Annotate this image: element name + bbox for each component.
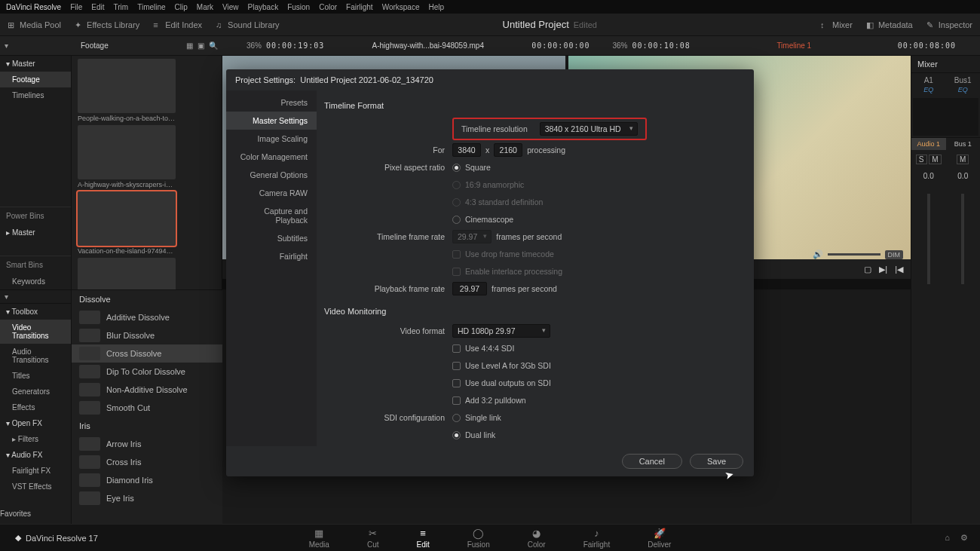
dualout-checkbox[interactable] bbox=[452, 379, 461, 387]
menu-playback[interactable]: Playback bbox=[248, 3, 279, 11]
media-pool-btn[interactable]: ⊞Media Pool bbox=[8, 20, 61, 29]
audio1-tab[interactable]: Audio 1 bbox=[911, 138, 946, 150]
eq-graph[interactable] bbox=[913, 98, 978, 136]
clip-thumbnail[interactable]: Vacation-on-the-island-974946.mp4 bbox=[78, 191, 216, 255]
generators-item[interactable]: Generators bbox=[0, 384, 71, 399]
inspector-btn[interactable]: ✎Inspector bbox=[926, 20, 972, 29]
timelines-bin[interactable]: Timelines bbox=[0, 87, 71, 103]
toolbox-header[interactable]: ▾ Toolbox bbox=[0, 304, 71, 320]
fx-item[interactable]: Blur Dissolve bbox=[72, 326, 222, 344]
menu-color[interactable]: Color bbox=[319, 3, 337, 11]
menu-davinci-resolve[interactable]: DaVinci Resolve bbox=[6, 3, 61, 11]
powerbins-master[interactable]: ▸ Master bbox=[0, 225, 71, 240]
main-menu-bar[interactable]: DaVinci ResolveFileEditTrimTimelineClipM… bbox=[0, 0, 980, 14]
sound-library-btn[interactable]: ♫Sound Library bbox=[216, 20, 280, 29]
footage-bin[interactable]: Footage bbox=[0, 72, 71, 87]
use444-checkbox[interactable] bbox=[452, 344, 461, 353]
fader-a1[interactable] bbox=[927, 194, 930, 284]
metadata-btn[interactable]: ◧Metadata bbox=[866, 20, 913, 29]
single-link-radio[interactable] bbox=[452, 414, 461, 422]
vst-item[interactable]: VST Effects bbox=[0, 479, 71, 494]
match-frame-icon[interactable]: ▢ bbox=[864, 265, 871, 274]
levela-checkbox[interactable] bbox=[452, 362, 461, 370]
list-view-icon[interactable]: ▦ bbox=[186, 41, 193, 50]
keywords-bin[interactable]: Keywords bbox=[0, 274, 71, 289]
menu-mark[interactable]: Mark bbox=[197, 3, 213, 11]
fx-item[interactable]: Non-Additive Dissolve bbox=[72, 381, 222, 399]
mute-btn[interactable]: M bbox=[929, 155, 941, 164]
settings-icon[interactable]: ⚙ bbox=[960, 533, 968, 543]
bin-view-icon[interactable]: ▾ bbox=[5, 41, 14, 51]
mute-btn-2[interactable]: M bbox=[957, 155, 969, 164]
fader-bus1[interactable] bbox=[961, 194, 964, 284]
fairlight-page-tab[interactable]: ♪Fairlight bbox=[583, 528, 611, 549]
menu-fairlight[interactable]: Fairlight bbox=[346, 3, 373, 11]
filters-item[interactable]: ▸ Filters bbox=[0, 431, 71, 447]
effects-library-btn[interactable]: ✦Effects Library bbox=[75, 20, 139, 29]
res-height-input[interactable]: 2160 bbox=[494, 143, 522, 157]
eq-label-2[interactable]: EQ bbox=[946, 86, 981, 93]
master-bin[interactable]: ▾ Master bbox=[0, 56, 71, 72]
effects-item[interactable]: Effects bbox=[0, 399, 71, 415]
mixer-btn[interactable]: ↕Mixer bbox=[820, 20, 853, 29]
edit-index-btn[interactable]: ≡Edit Index bbox=[153, 20, 202, 29]
src-zoom[interactable]: 36% bbox=[247, 41, 262, 50]
timeline-name[interactable]: Timeline 1 bbox=[695, 41, 893, 50]
menu-edit[interactable]: Edit bbox=[91, 3, 104, 11]
audiofx-header[interactable]: ▾ Audio FX bbox=[0, 447, 71, 463]
dim-badge[interactable]: DIM bbox=[885, 250, 904, 259]
fx-item[interactable]: Diamond Iris bbox=[72, 471, 222, 489]
edit-page-tab[interactable]: ≡Edit bbox=[416, 528, 429, 549]
media-page-tab[interactable]: ▦Media bbox=[309, 528, 329, 549]
menu-file[interactable]: File bbox=[70, 3, 82, 11]
search-icon[interactable]: 🔍 bbox=[209, 41, 218, 50]
titles-item[interactable]: Titles bbox=[0, 368, 71, 384]
menu-fusion[interactable]: Fusion bbox=[287, 3, 310, 11]
res-width-input[interactable]: 3840 bbox=[452, 143, 481, 157]
color-page-tab[interactable]: ◕Color bbox=[528, 528, 546, 549]
subtitles-tab[interactable]: Subtitles bbox=[226, 229, 317, 247]
clip-thumbnail[interactable]: Vacation-on-the-island-974946 Re... bbox=[78, 258, 216, 289]
menu-timeline[interactable]: Timeline bbox=[137, 3, 165, 11]
volume-icon[interactable]: 🔊 bbox=[813, 249, 823, 259]
bus1-tab[interactable]: Bus 1 bbox=[946, 138, 981, 150]
menu-workspace[interactable]: Workspace bbox=[382, 3, 420, 11]
fx-item[interactable]: Cross Dissolve bbox=[72, 344, 222, 363]
go-start-icon[interactable]: |◀ bbox=[895, 265, 903, 274]
go-end-icon[interactable]: ▶| bbox=[879, 265, 887, 274]
fx-item[interactable]: Additive Dissolve bbox=[72, 308, 222, 326]
fx-item[interactable]: Smooth Cut bbox=[72, 399, 222, 417]
fx-item[interactable]: Cross Iris bbox=[72, 453, 222, 471]
cancel-button[interactable]: Cancel bbox=[622, 454, 682, 469]
thumb-view-icon[interactable]: ▣ bbox=[198, 41, 204, 50]
color-management-tab[interactable]: Color Management bbox=[226, 148, 317, 166]
menu-clip[interactable]: Clip bbox=[175, 3, 188, 11]
dual-link-radio[interactable] bbox=[452, 431, 461, 439]
fx-item[interactable]: Eye Iris bbox=[72, 489, 222, 507]
par-cinema-radio[interactable] bbox=[452, 216, 461, 224]
home-icon[interactable]: ⌂ bbox=[945, 533, 950, 543]
solo-btn[interactable]: S bbox=[916, 155, 927, 164]
fairlightfx-item[interactable]: Fairlight FX bbox=[0, 463, 71, 479]
video-transitions[interactable]: Video Transitions bbox=[0, 320, 71, 344]
fx-item[interactable]: Dip To Color Dissolve bbox=[72, 363, 222, 381]
tl-zoom[interactable]: 36% bbox=[613, 41, 628, 50]
clip-thumbnail[interactable]: A-highway-with-skyscrapers-in-du... bbox=[78, 125, 216, 188]
eq-label[interactable]: EQ bbox=[911, 86, 946, 93]
audio-transitions[interactable]: Audio Transitions bbox=[0, 344, 71, 368]
fusion-page-tab[interactable]: ◯Fusion bbox=[467, 528, 490, 549]
video-format-dropdown[interactable]: HD 1080p 29.97 bbox=[452, 324, 550, 338]
timeline-resolution-dropdown[interactable]: 3840 x 2160 Ultra HD bbox=[540, 122, 638, 136]
camera-raw-tab[interactable]: Camera RAW bbox=[226, 184, 317, 202]
general-options-tab[interactable]: General Options bbox=[226, 166, 317, 184]
deliver-page-tab[interactable]: 🚀Deliver bbox=[648, 528, 671, 549]
save-button[interactable]: Save bbox=[690, 454, 743, 469]
presets-tab[interactable]: Presets bbox=[226, 93, 317, 112]
par-square-radio[interactable] bbox=[452, 164, 461, 172]
pulldown-checkbox[interactable] bbox=[452, 396, 461, 405]
menu-help[interactable]: Help bbox=[428, 3, 444, 11]
fx-view-icon[interactable]: ▾ bbox=[5, 292, 14, 302]
clip-thumbnail[interactable]: People-walking-on-a-beach-top-vi... bbox=[78, 59, 216, 122]
menu-trim[interactable]: Trim bbox=[114, 3, 129, 11]
volume-slider[interactable] bbox=[828, 253, 880, 256]
